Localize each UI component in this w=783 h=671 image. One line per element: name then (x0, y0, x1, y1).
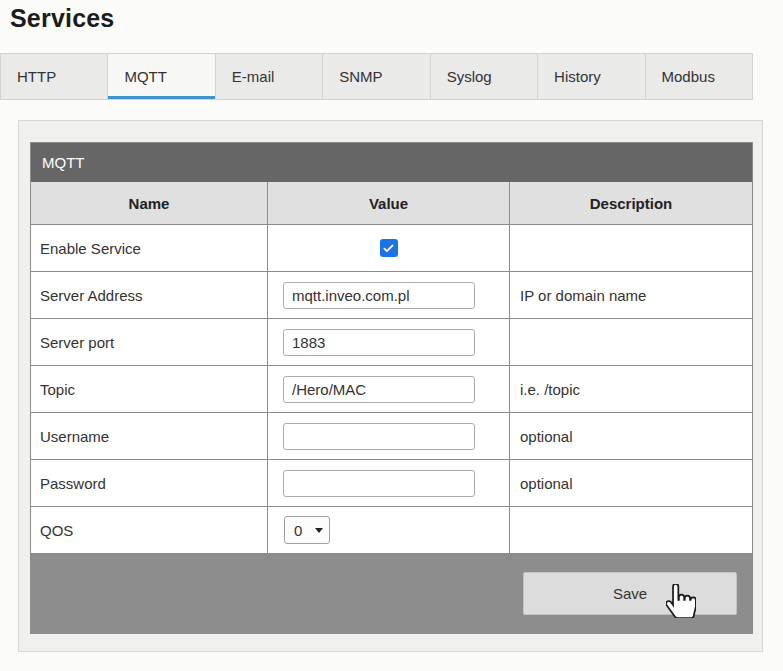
column-header-name: Name (31, 182, 268, 224)
tab-snmp[interactable]: SNMP (323, 54, 430, 99)
qos-select[interactable]: 0 (284, 516, 330, 544)
services-tabbar: HTTP MQTT E-mail SNMP Syslog History Mod… (0, 53, 753, 100)
row-description (510, 507, 752, 553)
section-title: MQTT (42, 154, 85, 171)
tab-syslog-label: Syslog (447, 68, 492, 85)
qos-selected-value: 0 (294, 522, 302, 539)
row-enable-service: Enable Service (31, 225, 752, 272)
tab-mqtt-label: MQTT (124, 68, 167, 85)
tab-http-label: HTTP (17, 68, 56, 85)
tab-history-label: History (554, 68, 601, 85)
row-name: Password (31, 460, 268, 506)
tab-syslog[interactable]: Syslog (431, 54, 538, 99)
row-description (510, 225, 752, 271)
tab-email-label: E-mail (232, 68, 275, 85)
tab-mqtt[interactable]: MQTT (108, 54, 215, 99)
row-description: i.e. /topic (510, 366, 752, 412)
row-username: Username optional (31, 413, 752, 460)
column-header-description: Description (510, 182, 752, 224)
table-header-row: Name Value Description (31, 182, 752, 225)
row-description: IP or domain name (510, 272, 752, 318)
dropdown-arrow-icon (315, 528, 323, 533)
page-title: Services (10, 4, 114, 33)
table-footer: Save (31, 554, 752, 633)
save-button[interactable]: Save (523, 572, 737, 615)
row-name: Username (31, 413, 268, 459)
row-server-address: Server Address IP or domain name (31, 272, 752, 319)
enable-service-checkbox[interactable] (380, 239, 398, 257)
row-qos: QOS 0 (31, 507, 752, 554)
tab-modbus-label: Modbus (662, 68, 715, 85)
tab-http[interactable]: HTTP (1, 54, 108, 99)
mqtt-settings-table: MQTT Name Value Description Enable Servi… (30, 142, 753, 634)
row-server-port: Server port (31, 319, 752, 366)
row-name: Enable Service (31, 225, 268, 271)
username-input[interactable] (283, 423, 475, 450)
tab-modbus[interactable]: Modbus (646, 54, 752, 99)
row-topic: Topic i.e. /topic (31, 366, 752, 413)
row-description (510, 319, 752, 365)
row-name: Topic (31, 366, 268, 412)
tab-snmp-label: SNMP (339, 68, 382, 85)
server-address-input[interactable] (283, 282, 475, 309)
server-port-input[interactable] (283, 329, 475, 356)
tab-email[interactable]: E-mail (216, 54, 323, 99)
row-name: Server Address (31, 272, 268, 318)
row-name: QOS (31, 507, 268, 553)
checkmark-icon (382, 242, 395, 255)
topic-input[interactable] (283, 376, 475, 403)
row-name: Server port (31, 319, 268, 365)
section-header: MQTT (31, 143, 752, 182)
row-description: optional (510, 413, 752, 459)
password-input[interactable] (283, 470, 475, 497)
mqtt-settings-panel: MQTT Name Value Description Enable Servi… (18, 120, 763, 652)
row-description: optional (510, 460, 752, 506)
tab-history[interactable]: History (538, 54, 645, 99)
row-password: Password optional (31, 460, 752, 507)
column-header-value: Value (268, 182, 510, 224)
